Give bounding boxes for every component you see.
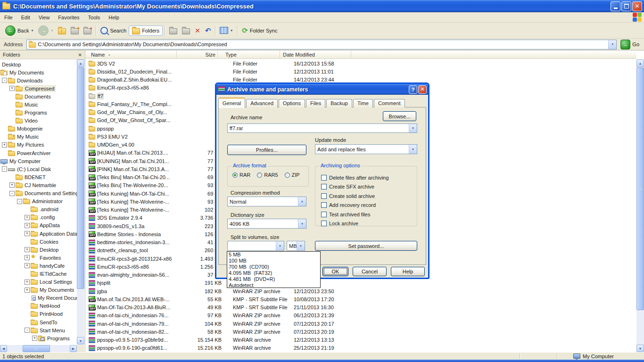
tree-item[interactable]: Desktop <box>0 60 77 68</box>
cancel-button[interactable]: Cancel <box>353 267 387 276</box>
tree-item[interactable]: + handyCafe <box>0 262 77 270</box>
forward-dropdown-icon[interactable]: ▼ <box>50 29 53 32</box>
file-row[interactable]: Man.of.Tai.Chi.2013.All.WEB-... 55 KB KM… <box>85 295 636 303</box>
tree-expander-icon[interactable]: + <box>9 182 15 188</box>
tree-expander-icon[interactable]: + <box>25 255 30 260</box>
tree-item[interactable]: My Computer <box>0 157 77 165</box>
tree-item[interactable]: + My Documents <box>0 286 77 294</box>
back-button[interactable]: ← Back ▼ <box>3 24 36 37</box>
archiving-option[interactable]: Delete files after archiving <box>321 173 413 182</box>
tree-expander-icon[interactable]: + <box>25 231 30 236</box>
file-row[interactable]: Dissidia_012_Duodecim_Final... File Fold… <box>85 67 636 75</box>
search-button[interactable]: Search <box>98 25 129 36</box>
tree-expander-icon[interactable]: + <box>2 142 7 148</box>
tree-item[interactable]: - Documents and Settings <box>0 189 77 197</box>
tree-expander-icon[interactable] <box>25 296 30 301</box>
dialog-close-button[interactable]: ✕ <box>418 85 427 94</box>
menu-item[interactable]: Tools <box>84 15 105 20</box>
tree-item[interactable]: Cookies <box>0 238 77 246</box>
tree-expander-icon[interactable] <box>25 304 30 309</box>
tree-expander-icon[interactable]: + <box>25 263 30 268</box>
tree-item[interactable]: SendTo <box>0 318 77 326</box>
split-unit-combobox[interactable]: MB ▼ <box>287 241 305 251</box>
copy-to-button[interactable] <box>180 25 192 36</box>
tree-expander-icon[interactable]: - <box>9 191 15 196</box>
file-row[interactable]: man-of-tai-chi_indonesian-82... 58 KB Wi… <box>85 328 636 336</box>
tree-item[interactable]: + Compressed <box>0 84 77 92</box>
file-row[interactable]: ppsspp-v0.9.6-190-gca0fd61... 15.216 KB … <box>85 344 636 352</box>
split-unit-dropdown-icon[interactable]: ▼ <box>297 241 305 250</box>
address-dropdown-icon[interactable]: ▼ <box>608 40 616 49</box>
file-row[interactable]: 3DS V2 File Folder 16/12/2013 15:58 <box>85 59 636 67</box>
split-volumes-dropdown-icon[interactable]: ▼ <box>276 241 284 250</box>
tree-item[interactable]: + AppData <box>0 222 77 230</box>
go-button[interactable]: → Go <box>620 40 639 49</box>
tree-item[interactable]: Music <box>0 100 77 108</box>
profiles-button[interactable]: Profiles... <box>227 145 306 155</box>
dialog-tab[interactable]: Files <box>306 99 325 107</box>
tree-expander-icon[interactable]: + <box>25 215 30 220</box>
tree-item[interactable]: - Start Menu <box>0 326 77 334</box>
dictionary-size-combobox[interactable]: 4096 KB ▼ <box>227 219 306 229</box>
file-row[interactable]: ppsspp-v0.9.5-1073-g0bfe9d... 15.154 KB … <box>85 336 636 344</box>
tree-item[interactable]: Mobogenie <box>0 125 77 133</box>
tree-item[interactable]: + Programs <box>0 334 77 342</box>
tree-scroll-left-icon[interactable]: ◀ <box>0 345 7 352</box>
tree-item[interactable]: Programs <box>0 109 77 117</box>
views-dropdown-icon[interactable]: ▼ <box>230 29 233 32</box>
tree-expander-icon[interactable]: + <box>25 247 30 252</box>
tree-expander-icon[interactable] <box>25 320 30 325</box>
menu-item[interactable]: Edit <box>17 15 34 20</box>
split-volumes-combobox[interactable]: ▼ <box>227 241 284 251</box>
dictionary-dropdown-icon[interactable]: ▼ <box>298 219 306 228</box>
tree-item[interactable]: My Recent Documents <box>0 294 77 302</box>
folders-button[interactable]: Folders <box>129 25 163 36</box>
menu-item[interactable]: File <box>0 15 17 20</box>
tree-expander-icon[interactable]: - <box>25 328 30 333</box>
archiving-option[interactable]: Create SFX archive <box>321 182 413 192</box>
close-button[interactable]: ✕ <box>632 1 642 11</box>
dialog-tab[interactable]: Options <box>279 99 305 107</box>
checkbox-icon[interactable] <box>321 193 327 199</box>
checkbox-icon[interactable] <box>321 212 327 217</box>
list-vscrollbar[interactable]: ▲ ▼ <box>636 59 644 352</box>
tree-expander-icon[interactable] <box>25 239 30 244</box>
minimize-button[interactable] <box>611 1 620 11</box>
compression-dropdown-icon[interactable]: ▼ <box>298 197 306 206</box>
forward-button[interactable]: → ▼ <box>36 24 56 37</box>
tree-expander-icon[interactable]: - <box>17 199 22 204</box>
update-mode-combobox[interactable]: Add and replace files ▼ <box>315 144 417 154</box>
archiving-option[interactable]: Create solid archive <box>321 191 413 201</box>
dialog-tab[interactable]: Advanced <box>246 99 278 107</box>
tree-scroll-up-icon[interactable]: ▲ <box>77 59 84 67</box>
tree-item[interactable]: - Downloads <box>0 76 77 84</box>
tree-item[interactable]: My Music <box>0 133 77 141</box>
archive-format-radio[interactable]: RAR <box>232 172 250 178</box>
views-button[interactable]: ▼ <box>217 25 235 35</box>
archive-format-radio[interactable]: ZIP <box>285 172 300 178</box>
dropdown-option[interactable]: 5 MB <box>227 252 320 258</box>
checkbox-icon[interactable] <box>321 221 327 226</box>
undo-button[interactable]: ↶ <box>203 25 214 36</box>
checkbox-icon[interactable] <box>321 184 327 189</box>
map-drive-button[interactable]: ✚ <box>68 25 81 36</box>
archiving-option[interactable]: Add recovery record <box>321 201 413 210</box>
column-header-type[interactable]: Type <box>218 50 280 58</box>
tree-expander-icon[interactable]: + <box>9 86 15 91</box>
tree-item[interactable]: + .config <box>0 214 77 222</box>
dialog-help-button[interactable]: ? <box>409 85 417 94</box>
checkbox-icon[interactable] <box>321 175 327 181</box>
restore-button[interactable] <box>621 1 631 11</box>
archive-name-combobox[interactable]: ff7.rar ▼ <box>227 123 417 133</box>
browse-button[interactable]: Browse... <box>383 111 416 121</box>
tree-scroll-right-icon[interactable]: ▶ <box>70 345 77 352</box>
tree-item[interactable]: + Application Data <box>0 230 77 238</box>
help-button[interactable]: Help <box>391 267 425 276</box>
folders-pane-close-icon[interactable]: ✕ <box>78 52 82 58</box>
menu-item[interactable]: View <box>34 15 54 20</box>
file-row[interactable]: hjsplit 191 KB <box>85 279 636 287</box>
tree-expander-icon[interactable] <box>9 102 15 107</box>
tree-item[interactable]: - (C:) Local Disk <box>0 165 77 173</box>
tree-expander-icon[interactable] <box>25 207 30 212</box>
tree-expander-icon[interactable] <box>25 271 30 276</box>
